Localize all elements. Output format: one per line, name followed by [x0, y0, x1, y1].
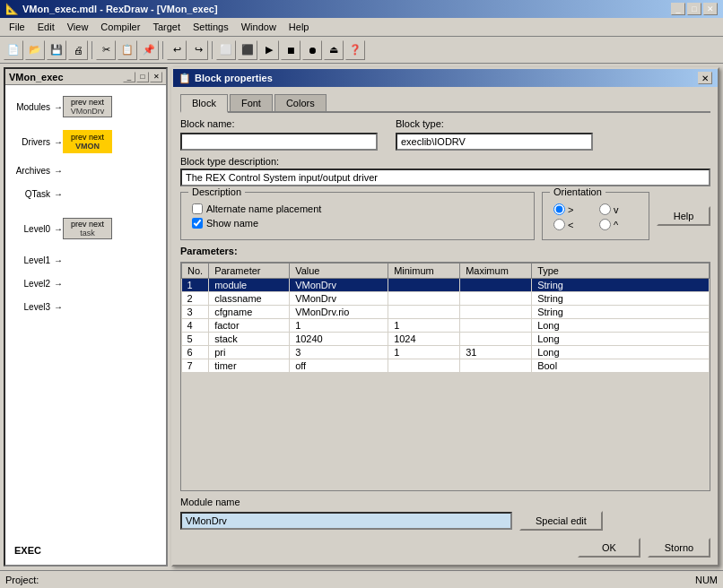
modules-arrow: → [54, 102, 63, 112]
exec-label: EXEC [14, 545, 41, 556]
window-controls: _ □ ✕ [671, 3, 718, 15]
tab-block[interactable]: Block [180, 94, 228, 113]
menu-settings[interactable]: Settings [187, 20, 234, 34]
level0-arrow: → [54, 224, 63, 234]
orientation-v-radio[interactable] [599, 203, 611, 215]
modules-block-ports: prev next [71, 98, 104, 107]
level3-arrow: → [54, 302, 63, 312]
tab-bar: Block Font Colors [180, 94, 710, 113]
parameters-table-container: No. Parameter Value Minimum Maximum Type… [180, 262, 710, 491]
minimize-button[interactable]: _ [671, 3, 685, 15]
block-type-label: Block type: [396, 118, 593, 129]
table-row[interactable]: 6pri3131Long [182, 346, 710, 359]
block-name-col: Block name: [180, 118, 378, 151]
tool6[interactable]: ⏏ [324, 40, 344, 60]
new-button[interactable]: 📄 [4, 40, 23, 60]
orientation-lt-label: < [568, 220, 573, 230]
col-parameter: Parameter [209, 264, 290, 279]
node-row-level1: Level1 → [5, 255, 166, 265]
tool1[interactable]: ⬜ [216, 40, 236, 60]
module-name-label: Module name [180, 497, 710, 507]
menu-help[interactable]: Help [283, 20, 315, 34]
open-button[interactable]: 📂 [25, 40, 45, 60]
drivers-block-label: VMON [75, 142, 100, 151]
dialog-body: Block Font Colors Block name: Block type… [173, 87, 718, 565]
orientation-gt-radio[interactable] [553, 203, 565, 215]
alternate-name-checkbox[interactable] [192, 203, 203, 214]
table-row[interactable]: 3cfgnameVMonDrv.rioString [182, 306, 710, 319]
show-name-label: Show name [206, 218, 258, 229]
parameters-label: Parameters: [180, 246, 710, 256]
menu-edit[interactable]: Edit [32, 20, 60, 34]
copy-button[interactable]: 📋 [118, 40, 137, 60]
left-panel-title: VMon_exec [9, 72, 64, 82]
level0-block-label: task [80, 229, 95, 238]
orientation-lt-radio[interactable] [553, 219, 565, 230]
node-row-modules: Modules → prev next VMonDrv [5, 96, 166, 117]
block-type-input[interactable] [396, 133, 593, 151]
level0-block[interactable]: prev next task [63, 218, 112, 239]
tool7[interactable]: ❓ [345, 40, 365, 60]
panel-maximize[interactable]: □ [136, 72, 149, 82]
block-name-input[interactable] [180, 133, 378, 151]
save-button[interactable]: 💾 [47, 40, 66, 60]
menu-target[interactable]: Target [147, 20, 186, 34]
dialog-title-bar: 📋 Block properties ✕ [173, 69, 718, 87]
show-name-checkbox[interactable] [192, 218, 203, 229]
module-name-input[interactable] [180, 512, 512, 530]
table-row[interactable]: 1moduleVMonDrvString [182, 279, 710, 292]
dialog-title: Block properties [195, 73, 698, 83]
block-type-desc-input[interactable] [180, 169, 710, 186]
menu-file[interactable]: File [4, 20, 30, 34]
help-container: Help [657, 192, 710, 240]
modules-block[interactable]: prev next VMonDrv [63, 96, 112, 117]
undo-button[interactable]: ↩ [167, 40, 187, 60]
tool5[interactable]: ⏺ [302, 40, 322, 60]
dialog-title-icon: 📋 [179, 73, 191, 84]
redo-button[interactable]: ↪ [188, 40, 208, 60]
node-row-drivers: Drivers → prev next VMON [5, 130, 166, 153]
orientation-group-title: Orientation [550, 186, 605, 197]
level1-arrow: → [54, 255, 63, 265]
cancel-button[interactable]: Storno [648, 538, 710, 558]
menu-compiler[interactable]: Compiler [95, 20, 145, 34]
col-no: No. [182, 264, 209, 279]
menu-view[interactable]: View [62, 20, 94, 34]
table-row[interactable]: 5stack102401024Long [182, 333, 710, 346]
node-row-qtask: QTask → [5, 189, 166, 199]
tool2[interactable]: ⬛ [238, 40, 257, 60]
close-button[interactable]: ✕ [703, 3, 718, 15]
dialog-close-button[interactable]: ✕ [698, 72, 712, 84]
desc-orientation-row: Description Alternate name placement Sho… [180, 192, 710, 240]
special-edit-button[interactable]: Special edit [519, 511, 603, 531]
menu-window[interactable]: Window [236, 20, 282, 34]
tool3[interactable]: ▶ [259, 40, 279, 60]
archives-label: Archives [5, 166, 50, 176]
panel-close[interactable]: ✕ [150, 72, 162, 82]
table-row[interactable]: 7timeroffBool [182, 359, 710, 373]
block-type-col: Block type: [396, 118, 593, 151]
block-desc-row: Block type description: [180, 156, 710, 186]
panel-minimize[interactable]: _ [123, 72, 135, 82]
level1-label: Level1 [5, 255, 50, 265]
orientation-group: Orientation > v [542, 192, 649, 240]
orientation-up-radio[interactable] [599, 219, 611, 230]
drivers-block[interactable]: prev next VMON [63, 130, 112, 153]
paste-button[interactable]: 📌 [139, 40, 159, 60]
block-type-desc-label: Block type description: [180, 156, 710, 167]
table-header-row: No. Parameter Value Minimum Maximum Type [182, 264, 710, 279]
help-button[interactable]: Help [657, 206, 710, 226]
tab-colors[interactable]: Colors [274, 94, 327, 111]
tab-font[interactable]: Font [230, 94, 273, 111]
menu-bar: File Edit View Compiler Target Settings … [0, 18, 723, 37]
cut-button[interactable]: ✂ [96, 40, 116, 60]
table-row[interactable]: 4factor11Long [182, 319, 710, 333]
tool4[interactable]: ⏹ [281, 40, 301, 60]
maximize-button[interactable]: □ [687, 3, 701, 15]
print-button[interactable]: 🖨 [68, 40, 88, 60]
description-group-title: Description [188, 186, 245, 197]
ok-button[interactable]: OK [578, 538, 640, 558]
orientation-gt: > [553, 203, 592, 215]
table-row[interactable]: 2classnameVMonDrvString [182, 292, 710, 306]
col-type: Type [532, 264, 710, 279]
